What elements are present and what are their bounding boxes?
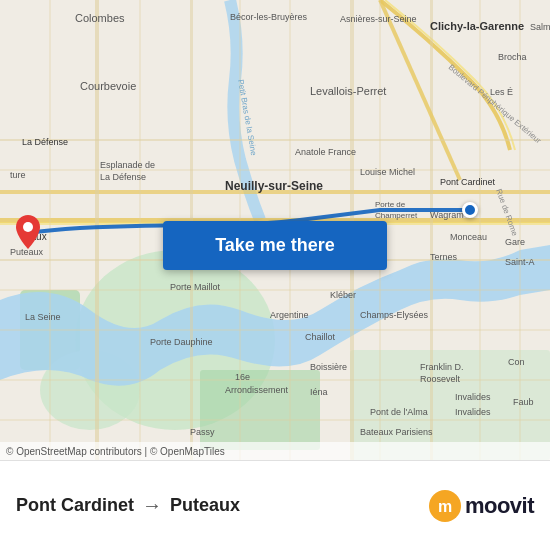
svg-text:Neuilly-sur-Seine: Neuilly-sur-Seine bbox=[225, 179, 323, 193]
svg-text:Boissière: Boissière bbox=[310, 362, 347, 372]
svg-text:Bateaux Parisiens: Bateaux Parisiens bbox=[360, 427, 433, 437]
svg-text:Monceau: Monceau bbox=[450, 232, 487, 242]
svg-text:Pont de l'Alma: Pont de l'Alma bbox=[370, 407, 428, 417]
svg-text:Pont Cardinet: Pont Cardinet bbox=[440, 177, 496, 187]
svg-text:Courbevoie: Courbevoie bbox=[80, 80, 136, 92]
take-me-there-button[interactable]: Take me there bbox=[163, 221, 387, 270]
svg-rect-4 bbox=[200, 370, 320, 450]
svg-text:Colombes: Colombes bbox=[75, 12, 125, 24]
moovit-logo-text: moovit bbox=[465, 493, 534, 519]
svg-text:Kléber: Kléber bbox=[330, 290, 356, 300]
svg-text:Salm: Salm bbox=[530, 22, 550, 32]
svg-text:La Seine: La Seine bbox=[25, 312, 61, 322]
map-container: Colombes Bécor-les-Bruyères Asnières-sur… bbox=[0, 0, 550, 460]
svg-point-76 bbox=[23, 222, 33, 232]
svg-text:Asnières-sur-Seine: Asnières-sur-Seine bbox=[340, 14, 417, 24]
copyright-bar: © OpenStreetMap contributors | © OpenMap… bbox=[0, 442, 550, 460]
svg-text:Bécor-les-Bruyères: Bécor-les-Bruyères bbox=[230, 12, 308, 22]
svg-text:Chaillot: Chaillot bbox=[305, 332, 336, 342]
svg-text:Champerret: Champerret bbox=[375, 211, 418, 220]
destination-station-label: Puteaux bbox=[170, 495, 240, 516]
svg-text:La Défense: La Défense bbox=[100, 172, 146, 182]
svg-text:Brocha: Brocha bbox=[498, 52, 527, 62]
svg-text:Levallois-Perret: Levallois-Perret bbox=[310, 85, 386, 97]
svg-text:Invalides: Invalides bbox=[455, 407, 491, 417]
svg-text:Clichy-la-Garenne: Clichy-la-Garenne bbox=[430, 20, 524, 32]
svg-text:La Défense: La Défense bbox=[22, 137, 68, 147]
svg-text:Franklin D.: Franklin D. bbox=[420, 362, 464, 372]
svg-text:ture: ture bbox=[10, 170, 26, 180]
svg-text:Gare: Gare bbox=[505, 237, 525, 247]
svg-text:Arrondissement: Arrondissement bbox=[225, 385, 289, 395]
svg-text:Louise Michel: Louise Michel bbox=[360, 167, 415, 177]
svg-text:Argentine: Argentine bbox=[270, 310, 309, 320]
svg-text:Anatole France: Anatole France bbox=[295, 147, 356, 157]
svg-text:Porte Maillot: Porte Maillot bbox=[170, 282, 221, 292]
svg-text:16e: 16e bbox=[235, 372, 250, 382]
svg-rect-9 bbox=[95, 0, 99, 460]
origin-marker bbox=[462, 202, 478, 218]
svg-text:Porte de: Porte de bbox=[375, 200, 406, 209]
origin-station-label: Pont Cardinet bbox=[16, 495, 134, 516]
destination-marker bbox=[16, 215, 40, 253]
svg-text:Passy: Passy bbox=[190, 427, 215, 437]
svg-text:Saint-A: Saint-A bbox=[505, 257, 535, 267]
svg-text:Ternes: Ternes bbox=[430, 252, 458, 262]
svg-text:m: m bbox=[438, 498, 452, 515]
route-arrow-icon: → bbox=[142, 494, 162, 517]
route-info: Pont Cardinet → Puteaux bbox=[16, 494, 429, 517]
bottom-bar: Pont Cardinet → Puteaux m moovit bbox=[0, 460, 550, 550]
svg-text:Roosevelt: Roosevelt bbox=[420, 374, 461, 384]
svg-text:Invalides: Invalides bbox=[455, 392, 491, 402]
svg-text:Wagram: Wagram bbox=[430, 210, 464, 220]
svg-text:Con: Con bbox=[508, 357, 525, 367]
svg-text:Faub: Faub bbox=[513, 397, 534, 407]
svg-rect-12 bbox=[430, 0, 433, 460]
svg-text:Iéna: Iéna bbox=[310, 387, 328, 397]
svg-text:Champs-Elysées: Champs-Elysées bbox=[360, 310, 429, 320]
moovit-logo: m moovit bbox=[429, 490, 534, 522]
svg-text:Porte Dauphine: Porte Dauphine bbox=[150, 337, 213, 347]
moovit-logo-icon: m bbox=[429, 490, 461, 522]
copyright-text: © OpenStreetMap contributors | © OpenMap… bbox=[6, 446, 225, 457]
svg-text:Les É: Les É bbox=[490, 87, 513, 97]
svg-text:Esplanade de: Esplanade de bbox=[100, 160, 155, 170]
